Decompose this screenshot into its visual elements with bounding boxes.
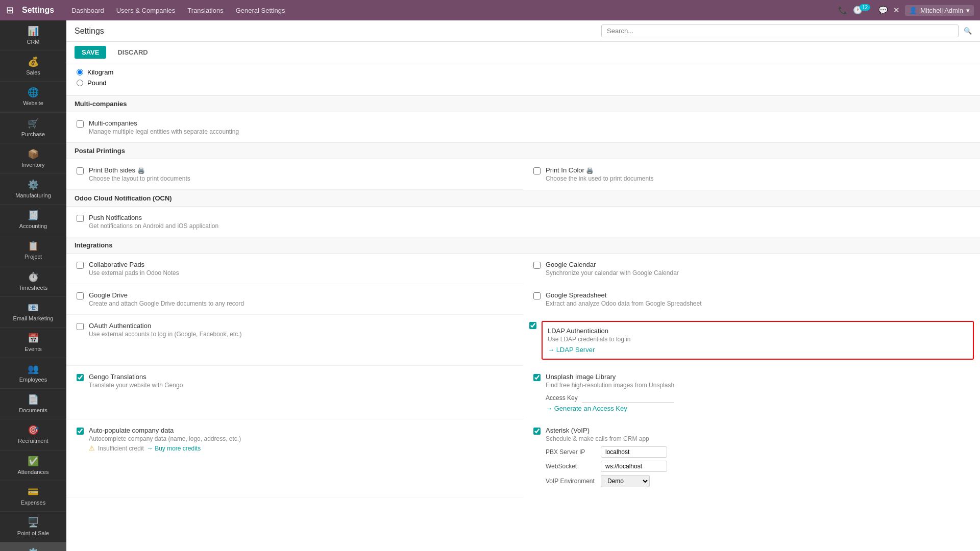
section-header-ocn: Odoo Cloud Notification (OCN) [66,190,980,207]
nav-translations[interactable]: Translations [182,5,228,16]
chat-icon[interactable]: 💬 [878,6,888,15]
sidebar-item-purchase[interactable]: 🛒 Purchase [0,113,66,143]
content-area: Kilogram Pound Multi-companies [66,63,980,551]
sidebar-item-manufacturing[interactable]: ⚙️ Manufacturing [0,174,66,205]
checkbox-oauth-auth[interactable] [77,323,84,330]
setting-gengo-translations: Gengo Translations Translate your websit… [66,366,523,419]
setting-auto-populate: Auto-populate company data Autocomplete … [66,419,523,497]
postal-printings-cols: Print Both sides 🖨️ Choose the layout to… [66,159,980,190]
nav-users-companies[interactable]: Users & Companies [111,5,181,16]
inventory-icon: 📦 [28,148,39,160]
setting-unsplash: Unsplash Image Library Find free high-re… [523,366,980,419]
checkbox-auto-populate[interactable] [77,428,84,435]
integrations-row-1: Collaborative Pads Use external pads in … [66,254,980,284]
section-integrations: Integrations Collaborative Pads Use exte… [66,237,980,497]
generate-access-key-link[interactable]: Generate an Access Key [546,405,627,412]
main-layout: 📊 CRM 💰 Sales 🌐 Website 🛒 Purchase 📦 Inv… [0,20,980,551]
sidebar-item-attendances[interactable]: ✅ Attendances [0,450,66,481]
ldap-server-link[interactable]: LDAP Server [548,346,595,354]
voip-pbx-input[interactable] [601,446,667,458]
setting-google-calendar: Google Calendar Synchronize your calenda… [523,254,980,284]
checkbox-push-notifications[interactable] [77,215,84,222]
setting-print-in-color: Print In Color 🖨️ Choose the ink used to… [523,159,980,190]
sidebar-item-documents[interactable]: 📄 Documents [0,389,66,419]
save-button[interactable]: SAVE [75,46,106,59]
sidebar-item-accounting[interactable]: 🧾 Accounting [0,205,66,235]
user-menu[interactable]: 👤 Mitchell Admin ▾ [905,5,974,16]
sidebar-item-general-settings[interactable]: ⚙️ General Settings [0,542,66,551]
access-key-input[interactable] [582,393,674,403]
general-settings-icon: ⚙️ [28,547,39,551]
checkbox-google-spreadsheet[interactable] [533,292,541,299]
integrations-row-4: Gengo Translations Translate your websit… [66,366,980,419]
sidebar: 📊 CRM 💰 Sales 🌐 Website 🛒 Purchase 📦 Inv… [0,20,66,551]
voip-env-select[interactable]: Demo Production [601,475,650,487]
checkbox-gengo-translations[interactable] [77,374,84,381]
setting-multi-companies: Multi-companies Manage multiple legal en… [66,112,980,142]
timesheets-icon: ⏱️ [28,271,39,283]
sidebar-item-project[interactable]: 📋 Project [0,235,66,266]
sales-icon: 💰 [28,56,39,67]
page-title: Settings [75,27,104,36]
checkbox-google-drive[interactable] [77,292,84,299]
email-marketing-icon: 📧 [28,302,39,313]
voip-websocket-input[interactable] [601,461,667,472]
sidebar-item-timesheets[interactable]: ⏱️ Timesheets [0,266,66,297]
weight-option-kilogram: Kilogram [77,68,970,76]
topbar-right: 📞 🕐 12 💬 ✕ 👤 Mitchell Admin ▾ [838,5,974,16]
user-avatar: 👤 [909,7,917,14]
setting-print-both-sides: Print Both sides 🖨️ Choose the layout to… [66,159,523,190]
integrations-row-3: OAuth Authentication Use external accoun… [66,315,980,366]
topbar: ⊞ Settings Dashboard Users & Companies T… [0,0,980,20]
recruitment-icon: 🎯 [28,424,39,436]
badge-count: 12 [860,4,870,11]
warning-icon: ⚠ [89,444,95,452]
user-name: Mitchell Admin [920,7,963,14]
user-dropdown-icon: ▾ [966,7,970,14]
checkbox-asterisk-voip[interactable] [533,428,541,435]
section-header-postal-printings: Postal Printings [66,142,980,159]
ldap-highlight-box: LDAP Authentication Use LDAP credentials… [542,321,974,360]
setting-asterisk-voip: Asterisk (VoIP) Schedule & make calls fr… [523,419,980,497]
events-icon: 📅 [28,333,39,344]
phone-icon[interactable]: 📞 [838,6,848,15]
checkbox-multi-companies[interactable] [77,120,84,128]
apps-icon[interactable]: ⊞ [6,5,14,16]
sidebar-item-inventory[interactable]: 📦 Inventory [0,143,66,174]
checkbox-print-in-color[interactable] [533,167,541,174]
weight-radio-kilogram[interactable] [77,69,83,76]
close-icon[interactable]: ✕ [893,6,900,15]
setting-collaborative-pads: Collaborative Pads Use external pads in … [66,254,523,284]
manufacturing-icon: ⚙️ [28,179,39,190]
section-header-multi-companies: Multi-companies [66,95,980,112]
sidebar-item-sales[interactable]: 💰 Sales [0,51,66,82]
voip-fields: PBX Server IP WebSocket VoIP Environment [546,446,970,487]
sidebar-item-point-of-sale[interactable]: 🖥️ Point of Sale [0,512,66,542]
sidebar-item-website[interactable]: 🌐 Website [0,82,66,112]
weight-radio-pound[interactable] [77,80,83,86]
checkbox-print-both-sides[interactable] [77,167,84,174]
weight-section: Kilogram Pound [66,63,980,95]
sidebar-item-employees[interactable]: 👥 Employees [0,358,66,389]
nav-dashboard[interactable]: Dashboard [66,5,109,16]
setting-ldap-auth: LDAP Authentication Use LDAP credentials… [523,315,980,366]
checkbox-unsplash[interactable] [533,374,541,381]
checkbox-ldap-auth[interactable] [529,322,536,329]
checkbox-collaborative-pads[interactable] [77,262,84,269]
sidebar-item-expenses[interactable]: 💳 Expenses [0,481,66,512]
website-icon: 🌐 [28,87,39,98]
purchase-icon: 🛒 [28,118,39,129]
checkbox-google-calendar[interactable] [533,262,541,269]
setting-oauth-auth: OAuth Authentication Use external accoun… [66,315,523,366]
nav-general-settings[interactable]: General Settings [231,5,290,16]
sidebar-item-recruitment[interactable]: 🎯 Recruitment [0,419,66,450]
sidebar-item-email-marketing[interactable]: 📧 Email Marketing [0,297,66,328]
action-bar: SAVE DISCARD [66,42,980,63]
discard-button[interactable]: DISCARD [110,46,155,59]
search-input[interactable] [601,24,959,37]
buy-credits-link[interactable]: Buy more credits [147,445,201,452]
sidebar-item-events[interactable]: 📅 Events [0,328,66,358]
pos-icon: 🖥️ [28,517,39,528]
main-area: Settings 🔍 SAVE DISCARD Kilogram [66,20,980,551]
sidebar-item-crm[interactable]: 📊 CRM [0,20,66,51]
